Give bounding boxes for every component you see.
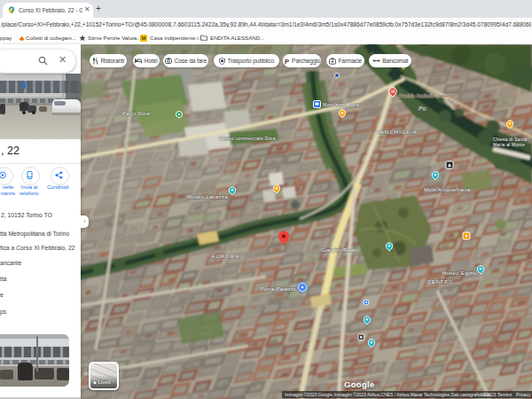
svg-text:Porta Palazzo: Porta Palazzo xyxy=(261,286,298,292)
svg-text:Presidio Sanitario Gradenigo: Presidio Sanitario Gradenigo xyxy=(399,93,456,98)
svg-text:Giardini Reali: Giardini Reali xyxy=(321,247,356,253)
svg-text:AURORA: AURORA xyxy=(211,253,239,259)
svg-text:Maria al Monte: Maria al Monte xyxy=(493,143,525,147)
svg-text:Museo Egizio: Museo Egizio xyxy=(442,270,477,276)
svg-text:Parco Dora: Parco Dora xyxy=(122,111,150,116)
svg-text:Mole Antonelliana: Mole Antonelliana xyxy=(424,187,471,192)
svg-text:Chiesa di Santa: Chiesa di Santa xyxy=(493,137,527,142)
svg-text:VANCHIGLIA: VANCHIGLIA xyxy=(376,129,418,135)
svg-text:Movicentro Dora: Movicentro Dora xyxy=(323,102,359,107)
svg-text:H: H xyxy=(391,89,395,94)
svg-text:CENTRO: CENTRO xyxy=(427,279,453,285)
svg-text:Centro commerciale Dora: Centro commerciale Dora xyxy=(219,136,276,141)
svg-text:Museo Lavazza: Museo Lavazza xyxy=(187,194,228,200)
svg-text:Po: Po xyxy=(419,106,426,112)
svg-text:P: P xyxy=(285,58,289,65)
